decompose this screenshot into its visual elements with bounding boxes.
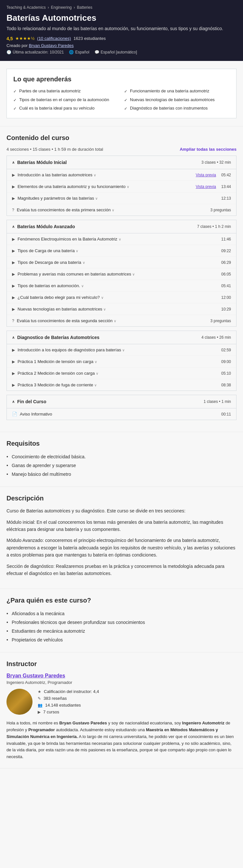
lesson-type-icon: ▶ xyxy=(12,173,15,177)
course-header: Teaching & Academics › Engineering › Bat… xyxy=(0,0,243,61)
expand-link[interactable]: Ampliar todas las secciones xyxy=(180,147,237,152)
section-header[interactable]: ∧ Baterías Módulo Avanzado 7 clases • 1 … xyxy=(6,220,237,234)
breadcrumb: Teaching & Academics › Engineering › Bat… xyxy=(6,5,237,10)
stat-icon: ▶ xyxy=(38,710,40,714)
lesson-title-text: Problemas y averías más comunes en bater… xyxy=(18,272,221,277)
lesson-right: 12:00 xyxy=(221,295,231,300)
lesson-title-text: Práctica 2 Medición de tensión con carga… xyxy=(18,371,221,376)
lesson-right: 11:46 xyxy=(221,237,231,242)
section-header-left: ∧ Fin del Curso xyxy=(12,399,46,404)
para-quien-title: ¿Para quién es este curso? xyxy=(6,597,237,604)
instructor-name[interactable]: Bryan Gustavo Paredes xyxy=(6,673,237,679)
lesson-type-icon: ▶ xyxy=(12,260,15,265)
check-icon: ✓ xyxy=(124,106,127,112)
lesson-item: ▶ Tipos de Descarga de una batería ∨ 06:… xyxy=(7,257,236,268)
learn-item: ✓Diagnóstico de baterías con instrumento… xyxy=(124,105,230,112)
learn-item-text: Funcionamiento de una batería automotriz xyxy=(130,88,209,94)
bio-text: autodidacta. Actualmente estoy estudiand… xyxy=(55,727,146,732)
language-value: Español xyxy=(75,50,89,55)
breadcrumb-sep1: › xyxy=(48,5,49,10)
section-header[interactable]: ∧ Fin del Curso 1 clases • 1 min xyxy=(6,395,237,408)
lesson-duration: 13:44 xyxy=(221,184,231,189)
creator-row: Creado por Bryan Gustavo Paredes xyxy=(6,43,237,48)
stat-label: 383 reseñas xyxy=(44,696,67,701)
lesson-title-text: ¿Cuál batería debo elegir para mi vehícu… xyxy=(18,295,221,300)
check-icon: ✓ xyxy=(13,106,17,112)
lesson-type-icon: ▶ xyxy=(12,184,15,189)
para-quien-section: ¿Para quién es este curso? Aficionados a… xyxy=(0,589,243,652)
lesson-duration: 09:22 xyxy=(221,249,231,253)
lesson-type-icon: ▶ xyxy=(12,249,15,253)
instructor-section-title: Instructor xyxy=(6,660,237,668)
audience-item: Propietarios de vehículos xyxy=(6,636,237,644)
lesson-item: ▶ Tipos de Carga de una batería ∨ 09:22 xyxy=(7,245,236,257)
learn-box: Lo que aprenderás ✓Partes de una batería… xyxy=(6,69,237,118)
lesson-left: ▶ Fenómenos Electroquímicos en la Baterí… xyxy=(12,237,221,242)
lesson-title-text: Evalúa tus conocimientos de esta primera… xyxy=(17,208,211,212)
lesson-title-text: Magnitudes y parámetros de las baterías … xyxy=(18,196,221,200)
lesson-right: 12:13 xyxy=(221,196,231,200)
creator-link[interactable]: Bryan Gustavo Paredes xyxy=(29,43,74,48)
check-icon: ✓ xyxy=(13,89,17,94)
subtitle-icon: 💬 xyxy=(94,50,100,55)
lesson-type-icon: ▶ xyxy=(12,237,15,242)
course-subtitle: Todo lo relacionado al mundo de las bate… xyxy=(6,26,237,32)
content-title: Contenido del curso xyxy=(6,134,237,142)
globe-icon: 🌐 xyxy=(69,50,74,55)
last-update-item: 🕐 Última actualización: 10/2021 xyxy=(6,50,64,55)
lesson-preview-link[interactable]: Vista previa xyxy=(195,184,216,189)
lesson-left: ▶ Práctica 1 Medición de tensión sin car… xyxy=(12,359,221,364)
meta-row: 🕐 Última actualización: 10/2021 🌐 Españo… xyxy=(6,50,237,55)
lesson-right: Vista previa 05:42 xyxy=(195,173,231,177)
section-title-text: Baterías Módulo Inicial xyxy=(17,160,66,165)
rating-link[interactable]: (10 calificaciones) xyxy=(37,36,71,41)
lesson-type-icon: ▶ xyxy=(12,383,15,387)
breadcrumb-teaching[interactable]: Teaching & Academics xyxy=(6,5,46,10)
course-title: Baterías Automotrices xyxy=(6,13,237,23)
stat-icon: ★ xyxy=(38,689,41,694)
lesson-preview-link[interactable]: Vista previa xyxy=(195,173,216,177)
section-title-text: Fin del Curso xyxy=(17,399,46,404)
check-icon: ✓ xyxy=(13,98,17,103)
breadcrumb-engineering[interactable]: Engineering xyxy=(51,5,72,10)
desc-paragraph: Sección de diagnóstico: Realizaremos pru… xyxy=(6,563,237,577)
req-item: Manejo básico del multímetro xyxy=(6,470,237,479)
lesson-right: 08:38 xyxy=(221,383,231,387)
lesson-right: 06:29 xyxy=(221,260,231,265)
subtitle-lang-item: 💬 Español [automático] xyxy=(94,50,137,55)
section-title-text: Diagnostico de Baterías Automotrices xyxy=(17,335,100,340)
lesson-title-text[interactable]: Introducción a las baterías automotrices… xyxy=(18,173,195,177)
lesson-title-text[interactable]: Elementos de una batería automotriz y su… xyxy=(18,184,195,189)
lesson-duration: 00:11 xyxy=(221,412,231,416)
descripcion-title: Descripción xyxy=(6,495,237,502)
lesson-left: ▶ Práctica 2 Medición de tensión con car… xyxy=(12,371,221,376)
audience-item: Profesionales técnicos que deseen profun… xyxy=(6,618,237,627)
instructor-stat: ▶7 cursos xyxy=(38,709,99,715)
avatar-image xyxy=(6,689,32,715)
lesson-left: ? Evalúa tus conocimientos de esta segun… xyxy=(12,318,211,323)
bio-text: Hola a todos, mi nombre es xyxy=(6,720,59,725)
stat-icon: 👥 xyxy=(38,703,43,708)
lesson-list: ▶ Fenómenos Electroquímicos en la Baterí… xyxy=(6,234,237,327)
lesson-left: ▶ Problemas y averías más comunes en bat… xyxy=(12,272,221,277)
lesson-right: 09:00 xyxy=(221,360,231,364)
instructor-stat: 👥14.148 estudiantes xyxy=(38,702,99,708)
lesson-left: ▶ ¿Cuál batería debo elegir para mi vehí… xyxy=(12,295,221,300)
section-title-text: Baterías Módulo Avanzado xyxy=(17,224,75,229)
rating-stars: ★★★★½ xyxy=(15,36,34,41)
lesson-item: ▶ Introducción a los equipos de diagnóst… xyxy=(7,344,236,356)
req-item: Ganas de aprender y superarse xyxy=(6,461,237,470)
req-item: Conocimiento de electricidad básica. xyxy=(6,453,237,461)
subtitle-lang-value: Español [automático] xyxy=(101,50,137,55)
section-header-right: 4 clases • 26 min xyxy=(201,335,231,340)
lesson-type-icon: ▶ xyxy=(12,196,15,200)
section-header-left: ∧ Baterías Módulo Avanzado xyxy=(12,224,75,229)
lesson-left: ▶ Introducción a los equipos de diagnóst… xyxy=(12,347,221,352)
lesson-duration: 12:13 xyxy=(221,196,231,200)
lesson-type-icon: ▶ xyxy=(12,295,15,300)
section-header[interactable]: ∧ Diagnostico de Baterías Automotrices 4… xyxy=(6,331,237,344)
section-header[interactable]: ∧ Baterías Módulo Inicial 3 clases • 32 … xyxy=(6,156,237,169)
lesson-duration: 09:00 xyxy=(221,360,231,364)
breadcrumb-sep2: › xyxy=(74,5,75,10)
course-section: ∧ Diagnostico de Baterías Automotrices 4… xyxy=(6,331,237,391)
